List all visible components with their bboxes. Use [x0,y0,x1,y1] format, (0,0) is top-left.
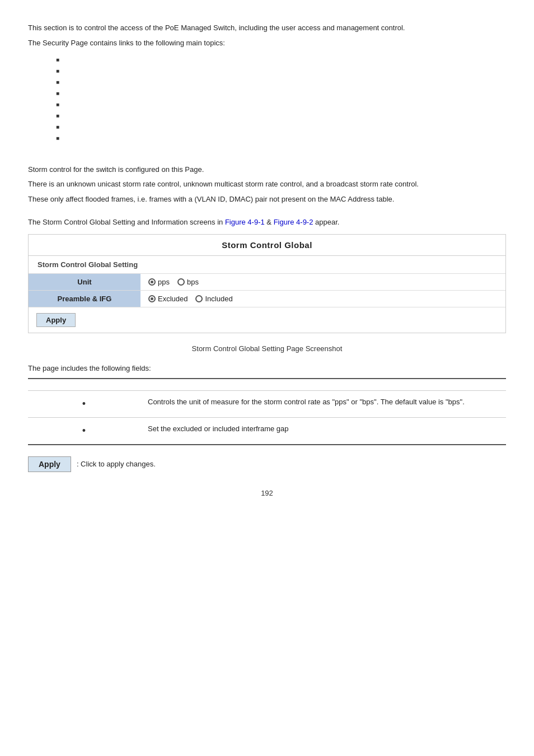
unit-bps-radio[interactable]: bps [177,278,199,286]
description-cell-2: Set the excluded or included interframe … [140,417,506,445]
header-cell-1 [28,379,140,391]
preamble-label: Preamble & IFG [29,290,140,307]
list-item [56,111,506,119]
excluded-radio[interactable]: Excluded [148,295,188,303]
apply-button[interactable]: Apply [36,313,76,327]
ref-text-prefix: The Storm Control Global Setting and Inf… [28,218,225,226]
bullet-cell-2: • [28,417,140,445]
ref-text-suffix: appear. [313,218,339,226]
page-number: 192 [28,489,506,497]
fields-table: • Controls the unit of measure for the s… [28,378,506,445]
pps-label: pps [158,278,170,286]
unit-row: Unit pps bps [29,274,505,291]
fields-intro: The page includes the following fields: [28,364,506,372]
included-radio[interactable]: Included [195,295,232,303]
topic-list [56,55,506,142]
figure-4-9-1-link[interactable]: Figure 4-9-1 [225,218,265,226]
pps-radio-filled-icon [148,278,156,286]
storm-line3: These only affect flooded frames, i.e. f… [28,194,506,206]
preamble-row: Preamble & IFG Excluded Included [29,290,505,307]
bullet-icon-2: • [82,425,86,436]
preamble-options: Excluded Included [140,290,505,307]
figure-4-9-2-link[interactable]: Figure 4-9-2 [274,218,313,226]
setting-table: Unit pps bps Preamble & IFG [29,274,505,307]
storm-line1: Storm control for the switch is configur… [28,164,506,176]
unit-label: Unit [29,274,140,291]
storm-control-subtitle: Storm Control Global Setting [29,256,505,274]
list-item [56,122,506,130]
table-row: • Set the excluded or included interfram… [28,417,506,445]
storm-control-title: Storm Control Global [29,235,505,256]
included-label: Included [205,295,232,303]
table-header-row [28,379,506,391]
intro-line1: This section is to control the access of… [28,22,506,34]
list-item [56,55,506,63]
bullet-cell-1: • [28,390,140,417]
list-item [56,100,506,108]
bullet-icon-1: • [82,398,86,409]
excluded-label: Excluded [158,295,188,303]
storm-line2: There is an unknown unicast storm rate c… [28,179,506,190]
bps-label: bps [187,278,199,286]
list-item [56,66,506,74]
list-item [56,88,506,97]
unit-options: pps bps [140,274,505,291]
ref-text: The Storm Control Global Setting and Inf… [28,217,506,228]
bottom-apply-button[interactable]: Apply [28,456,71,472]
intro-line2: The Security Page contains links to the … [28,38,506,49]
excluded-radio-filled-icon [148,295,156,302]
list-item [56,77,506,86]
storm-control-global-box: Storm Control Global Storm Control Globa… [28,234,506,333]
list-item [56,133,506,142]
included-radio-empty-icon [195,295,203,302]
apply-description: : Click to apply changes. [77,460,156,468]
description-cell-1: Controls the unit of measure for the sto… [140,390,506,417]
bps-radio-empty-icon [177,278,185,286]
table-row: • Controls the unit of measure for the s… [28,390,506,417]
screenshot-caption: Storm Control Global Setting Page Screen… [28,344,506,353]
unit-pps-radio[interactable]: pps [148,278,170,286]
header-cell-2 [140,379,506,391]
bottom-apply-section: Apply : Click to apply changes. [28,456,506,472]
